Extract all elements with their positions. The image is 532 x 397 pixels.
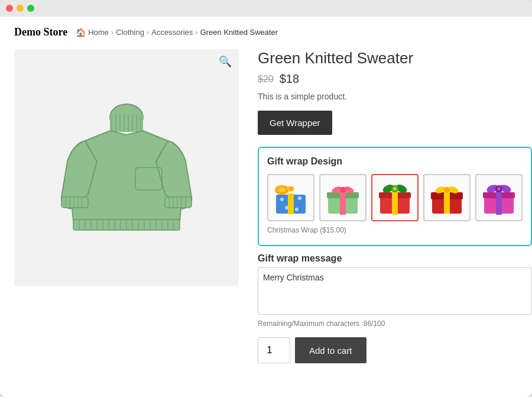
gift-wrap-title: Gift wrap Design — [267, 156, 523, 167]
store-logo: Demo Store — [14, 26, 67, 38]
svg-point-42 — [280, 198, 284, 201]
svg-rect-71 — [444, 191, 450, 214]
gift-option-3[interactable] — [371, 174, 419, 221]
get-wrapper-button[interactable]: Get Wrapper — [258, 111, 332, 135]
svg-rect-77 — [496, 191, 502, 215]
gift-option-5[interactable] — [475, 174, 523, 221]
breadcrumb: 🏠 Home › Clothing › Accessories › Green … — [76, 28, 278, 37]
svg-point-68 — [393, 187, 397, 191]
breadcrumb-clothing[interactable]: Clothing — [116, 28, 144, 37]
price-new: $18 — [280, 72, 299, 86]
page-content: Demo Store 🏠 Home › Clothing › Accessori… — [0, 17, 532, 397]
gift-message-label: Gift wrap message — [258, 253, 532, 264]
gift-option-2[interactable] — [319, 174, 366, 221]
gift-options — [267, 174, 523, 221]
svg-point-49 — [278, 188, 286, 192]
breadcrumb-sep-2: › — [147, 28, 149, 37]
breadcrumb-sep-3: › — [195, 28, 197, 37]
svg-point-81 — [497, 187, 501, 191]
gift-caption: Christmas Wrap ($15.00) — [267, 226, 523, 234]
main-layout: 🔍 — [14, 49, 518, 363]
gift-option-1[interactable] — [267, 174, 314, 221]
product-image-box: 🔍 — [14, 49, 239, 286]
svg-point-52 — [288, 186, 293, 191]
price-row: $20 $18 — [258, 72, 532, 86]
add-to-cart-row: Add to cart — [258, 337, 532, 363]
svg-point-74 — [444, 187, 450, 193]
product-title: Green Knitted Sweater — [258, 49, 532, 67]
gift-option-4[interactable] — [423, 174, 471, 221]
quantity-input[interactable] — [258, 337, 290, 363]
svg-rect-1 — [110, 114, 143, 132]
char-count: Remaining/Maximum characters :86/100 — [258, 319, 532, 328]
close-button[interactable] — [6, 5, 13, 12]
svg-point-46 — [295, 208, 299, 211]
titlebar — [0, 0, 532, 17]
svg-point-60 — [340, 187, 346, 193]
maximize-button[interactable] — [27, 5, 34, 12]
breadcrumb-accessories[interactable]: Accessories — [151, 28, 193, 37]
minimize-button[interactable] — [17, 5, 24, 12]
browser-window: Demo Store 🏠 Home › Clothing › Accessori… — [0, 0, 532, 397]
price-old: $20 — [258, 74, 274, 85]
gift-message-textarea[interactable]: Merry Christmas — [258, 267, 532, 315]
add-to-cart-button[interactable]: Add to cart — [295, 337, 366, 363]
breadcrumb-current: Green Knitted Sweater — [200, 28, 278, 37]
svg-rect-47 — [288, 193, 294, 214]
product-description: This is a simple product. — [258, 92, 532, 101]
home-icon: 🏠 — [76, 28, 86, 37]
product-image — [50, 85, 203, 250]
breadcrumb-home[interactable]: Home — [88, 28, 109, 37]
gift-wrap-section: Gift wrap Design — [258, 147, 532, 246]
topbar: Demo Store 🏠 Home › Clothing › Accessori… — [14, 26, 518, 38]
breadcrumb-sep-1: › — [111, 28, 113, 37]
zoom-icon[interactable]: 🔍 — [219, 55, 232, 68]
product-info: Green Knitted Sweater $20 $18 This is a … — [258, 49, 532, 363]
svg-point-44 — [298, 196, 301, 200]
